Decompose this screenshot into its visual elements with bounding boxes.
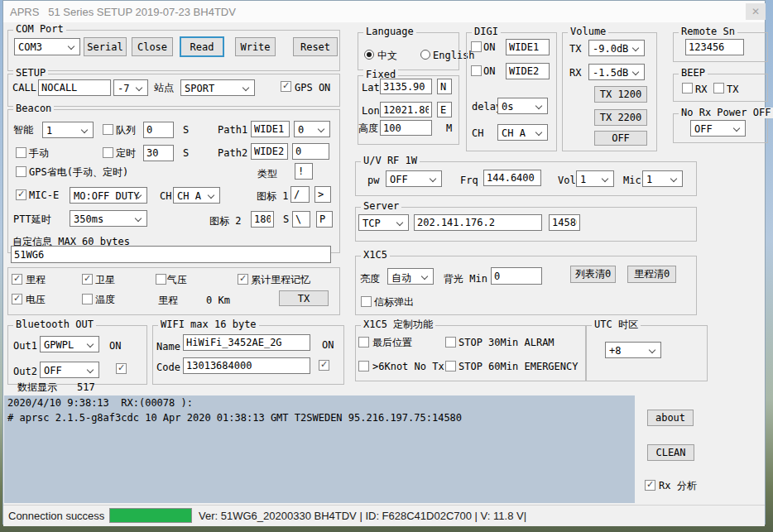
queue-input[interactable] xyxy=(143,122,174,138)
temperature-checkbox[interactable] xyxy=(82,294,93,304)
lon-input[interactable] xyxy=(380,102,432,117)
digi-wide1-input[interactable] xyxy=(506,39,550,55)
queue-checkbox[interactable] xyxy=(103,124,113,135)
station-select[interactable]: SPORT xyxy=(180,79,255,96)
icon1-table-input[interactable] xyxy=(290,186,310,203)
brightness-select[interactable]: 自动 xyxy=(387,268,434,285)
path2-hops-input[interactable] xyxy=(292,143,329,160)
out2-checkbox[interactable] xyxy=(116,363,127,374)
english-radio[interactable] xyxy=(420,50,430,60)
digi-ch-value: CH A xyxy=(502,127,526,139)
gps-on-checkbox[interactable] xyxy=(281,81,291,92)
wifi-code-checkbox[interactable] xyxy=(319,360,329,371)
close-port-button[interactable]: Close xyxy=(132,37,173,56)
wifi-name-state: ON xyxy=(322,340,334,351)
clean-button[interactable]: CLEAN xyxy=(647,444,694,461)
digi-on1-checkbox[interactable] xyxy=(471,41,482,52)
digi-wide2-input[interactable] xyxy=(506,63,550,79)
icon2-input[interactable] xyxy=(251,211,274,228)
server-port-input[interactable] xyxy=(549,214,580,231)
delay-select[interactable]: 0s xyxy=(497,98,548,114)
digi-ch-select[interactable]: CH A xyxy=(497,124,548,141)
path2-input[interactable] xyxy=(251,143,288,160)
knot6-checkbox[interactable] xyxy=(358,361,369,371)
voltage-checkbox[interactable] xyxy=(12,294,22,304)
clear-mileage-button[interactable]: 里程清0 xyxy=(627,266,676,283)
stop60-checkbox[interactable] xyxy=(445,361,456,371)
serial-button[interactable]: Serial xyxy=(84,37,127,56)
icon2-table-input[interactable] xyxy=(292,211,310,228)
beacon-popup-checkbox[interactable] xyxy=(361,296,372,307)
tx2200-button[interactable]: TX 2200 xyxy=(594,109,647,126)
write-button[interactable]: Write xyxy=(235,37,276,56)
about-button[interactable]: about xyxy=(647,410,694,426)
wifi-name-input[interactable] xyxy=(183,334,310,351)
mileage-checkbox[interactable] xyxy=(12,274,22,285)
chevron-down-icon xyxy=(535,129,542,136)
no-rx-power-select[interactable]: OFF xyxy=(690,120,746,137)
mice-checkbox[interactable] xyxy=(16,189,26,200)
ssid-select[interactable]: -7 xyxy=(113,79,148,96)
beacon-ch-select[interactable]: CH A xyxy=(173,187,220,204)
volume-tx-select[interactable]: -9.0dB xyxy=(588,40,645,56)
reset-button[interactable]: Reset xyxy=(293,37,338,56)
icon2-symbol-input[interactable] xyxy=(316,211,333,228)
frq-input[interactable] xyxy=(483,170,541,186)
altitude-input[interactable] xyxy=(380,120,432,136)
mice-select[interactable]: MO:OFF DUTY xyxy=(70,187,147,204)
lon-dir-input[interactable] xyxy=(437,102,452,117)
clear-list-button[interactable]: 列表清0 xyxy=(570,266,616,283)
volume-rx-select[interactable]: -1.5dB xyxy=(588,64,645,80)
close-button[interactable]: ✕ xyxy=(746,3,766,20)
icon1-symbol-input[interactable] xyxy=(314,186,331,203)
beep-rx-checkbox[interactable] xyxy=(682,83,693,93)
mileage-memory-checkbox[interactable] xyxy=(238,274,248,285)
path1-hops-select[interactable]: 0 xyxy=(294,121,330,137)
out1-select[interactable]: GPWPL xyxy=(40,336,99,352)
timer-input[interactable] xyxy=(143,145,174,161)
beep-tx-checkbox[interactable] xyxy=(713,83,724,93)
gps-powersave-checkbox[interactable] xyxy=(16,166,26,177)
tx1200-button[interactable]: TX 1200 xyxy=(594,86,647,103)
satellite-checkbox[interactable] xyxy=(82,274,93,285)
mic-select[interactable]: 1 xyxy=(642,170,683,187)
title-bar[interactable]: APRS 51 Series SETUP 2019-07-23 BH4TDV ✕ xyxy=(3,1,765,22)
com-port-select[interactable]: COM3 xyxy=(14,38,80,55)
ptt-delay-select[interactable]: 350ms xyxy=(70,210,147,227)
chevron-down-icon xyxy=(318,126,324,132)
last-position-checkbox[interactable] xyxy=(358,337,369,347)
type-input[interactable] xyxy=(295,163,313,180)
lat-input[interactable] xyxy=(380,79,432,94)
vol-select[interactable]: 1 xyxy=(576,170,614,187)
tone-off-button[interactable]: OFF xyxy=(594,131,647,146)
path1-input[interactable] xyxy=(251,121,290,137)
com-port-value: COM3 xyxy=(18,41,42,53)
remote-sn-input[interactable] xyxy=(685,39,744,55)
lat-dir-input[interactable] xyxy=(437,79,452,94)
pressure-checkbox[interactable] xyxy=(156,274,166,285)
rx-log-area[interactable]: 2020/4/10 9:38:13 RX:(00078 ): # aprsc 2… xyxy=(4,395,635,503)
wifi-code-input[interactable] xyxy=(183,357,310,374)
out2-select[interactable]: OFF xyxy=(40,362,99,378)
utc-group-title: UTC 时区 xyxy=(592,319,641,330)
tx-button[interactable]: TX xyxy=(279,290,329,306)
no-rx-power-group-title: No Rx Power OFF xyxy=(679,108,773,118)
pw-select[interactable]: OFF xyxy=(386,170,442,187)
server-protocol-select[interactable]: TCP xyxy=(358,214,409,231)
custom-info-input[interactable] xyxy=(11,246,331,263)
call-input[interactable] xyxy=(38,79,111,96)
x1c5-group-title: X1C5 xyxy=(361,250,390,261)
timer-checkbox[interactable] xyxy=(103,147,113,158)
backlight-input[interactable] xyxy=(491,267,542,285)
window-title: APRS 51 Series SETUP 2019-07-23 BH4TDV xyxy=(10,6,236,18)
chinese-radio-label: 中文 xyxy=(377,50,397,61)
server-host-input[interactable] xyxy=(414,214,542,231)
chinese-radio[interactable] xyxy=(364,50,374,60)
rx-analysis-checkbox[interactable] xyxy=(645,480,655,491)
manual-checkbox[interactable] xyxy=(16,147,26,158)
digi-on2-checkbox[interactable] xyxy=(471,65,482,76)
read-button[interactable]: Read xyxy=(180,36,224,57)
utc-select[interactable]: +8 xyxy=(605,342,661,358)
stop30-checkbox[interactable] xyxy=(445,337,456,347)
smart-select[interactable]: 1 xyxy=(42,122,94,138)
